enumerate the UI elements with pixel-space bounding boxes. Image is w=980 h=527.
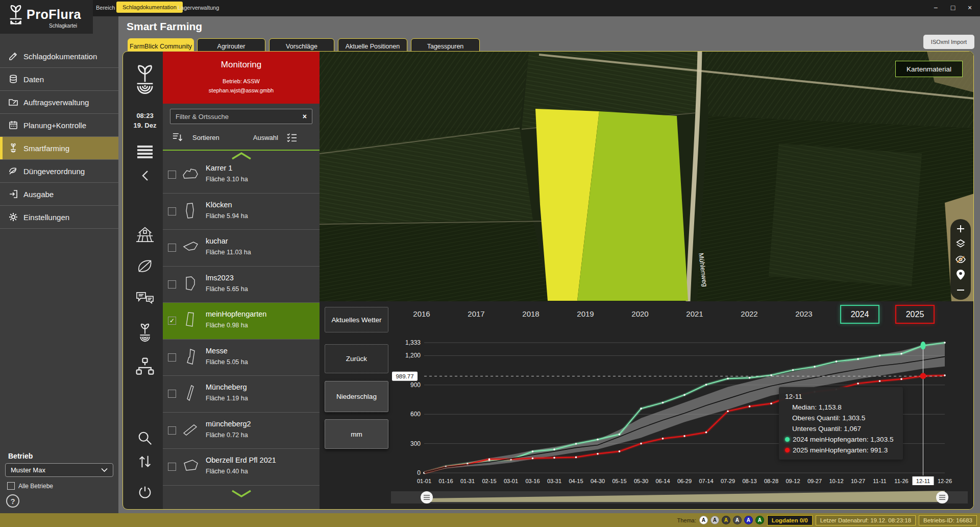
sidebar-item-einstellungen[interactable]: Einstellungen [0,206,118,229]
theme-dot-3[interactable]: A [722,516,730,524]
layers-icon[interactable] [955,238,966,250]
sidebar-item-ausgabe[interactable]: Ausgabe [0,183,118,206]
alle-betriebe-checkbox[interactable] [7,482,15,490]
niederschlag-button[interactable]: Niederschlag [325,381,388,412]
slider-handle-right[interactable] [936,491,948,504]
field-checkbox[interactable] [168,463,176,471]
time-range-slider[interactable] [391,486,968,507]
location-pin-icon[interactable] [955,269,966,280]
sidebar-item-planung-kontrolle[interactable]: Planung+Kontrolle [0,114,118,137]
year-2023[interactable]: 2023 [795,309,812,318]
tab-label: Agrirouter [217,43,246,50]
scroll-down-chevron-icon[interactable] [163,490,320,498]
leaf-icon[interactable] [127,257,163,276]
sidebar-item-auftragsverwaltung[interactable]: Auftragsverwaltung [0,91,118,114]
field-list-item[interactable]: müncheberg2Fläche 0.72 ha [163,413,320,449]
divider [163,150,320,151]
field-checkbox[interactable] [168,207,176,215]
year-2016[interactable]: 2016 [413,309,430,318]
farm-icon[interactable] [127,224,163,243]
theme-dot-4[interactable]: A [733,516,742,524]
sort-updown-icon[interactable] [127,453,163,470]
year-2025-button[interactable]: 2025 [895,305,935,324]
svg-text:1,333: 1,333 [405,339,421,346]
power-icon[interactable] [127,485,163,500]
zoom-out-icon[interactable] [955,284,966,296]
theme-dot-1[interactable]: A [699,516,708,524]
zurueck-button[interactable]: Zurück [325,344,388,373]
sortieren-button[interactable]: Sortieren [192,134,219,141]
theme-dot-5[interactable]: A [744,516,753,524]
zoom-in-icon[interactable] [955,223,966,234]
checklist-icon[interactable] [286,133,298,142]
slider-handle-left[interactable] [421,491,433,504]
filter-search-input[interactable]: Filter & Ortssuche × [170,109,312,124]
monitoring-betrieb: Betrieb: ASSW [163,78,320,84]
field-list-item[interactable]: ✓meinHopfengartenFläche 0.98 ha [163,303,320,340]
auswahl-button[interactable]: Auswahl [253,134,278,141]
titlebar-tab-bereich[interactable]: Bereich [96,5,115,11]
sidebar-item-smartfarming[interactable]: Smartfarming [0,137,118,160]
betrieb-select[interactable]: Muster Max [5,463,113,477]
year-2018[interactable]: 2018 [522,309,539,318]
close-button[interactable]: × [964,4,975,12]
visibility-toggle-icon[interactable] [955,254,966,265]
field-list-item[interactable]: kucharFläche 11.03 ha [163,230,320,267]
sprout-rail-icon[interactable] [127,323,163,344]
field-list-item[interactable]: MesseFläche 5.05 ha [163,340,320,376]
menu-icon[interactable] [127,146,163,159]
x-tick: 03-31 [547,478,561,484]
isoxml-import-button[interactable]: ISOxml Import [923,35,974,49]
year-2019[interactable]: 2019 [577,309,594,318]
year-2020[interactable]: 2020 [631,309,648,318]
field-checkbox[interactable] [168,171,176,179]
sidebar: Schlagdokumentation Daten Auftragsverwal… [0,16,118,513]
field-list-item[interactable]: lms2023Fläche 5.65 ha [163,267,320,303]
x-tick: 05-30 [634,478,648,484]
collapse-chevron-icon[interactable] [127,170,163,181]
aktuelles-wetter-button[interactable]: Aktuelles Wetter [325,307,388,332]
field-list-item[interactable]: KlöckenFläche 5.94 ha [163,194,320,230]
sort-icon[interactable] [172,132,183,142]
field-area: Fläche 0.98 ha [206,322,266,329]
help-button[interactable]: ? [6,494,19,508]
field-shape-icon [180,274,201,294]
field-checkbox[interactable] [168,353,176,362]
year-2021[interactable]: 2021 [686,309,703,318]
field-checkbox[interactable] [168,390,176,398]
titlebar-tab-lagerverwaltung[interactable]: Lagerverwaltung [178,5,219,11]
field-checkbox[interactable]: ✓ [168,317,176,325]
x-tick: 03-01 [504,478,518,484]
field-shape-icon [180,164,201,184]
sidebar-item-schlagdokumentation[interactable]: Schlagdokumentation [0,45,118,68]
field-list-item[interactable]: Oberzell Erd Pfl 2021Fläche 0.40 ha [163,449,320,486]
chat-icon[interactable] [127,291,163,308]
logdaten-badge[interactable]: Logdaten 0/0 [767,515,813,525]
year-2024-button[interactable]: 2024 [840,305,879,324]
theme-dot-2[interactable]: A [710,516,719,524]
field-list-item[interactable]: Karrer 1Fläche 3.10 ha [163,157,320,194]
sidebar-item-daten[interactable]: Daten [0,68,118,91]
clear-filter-icon[interactable]: × [303,112,307,121]
field-checkbox[interactable] [168,426,176,435]
titlebar-tab-schlagdokumentation[interactable]: Schlagdokumentation [116,2,183,13]
field-list-item[interactable]: MünchebergFläche 1.19 ha [163,376,320,413]
statusbar: Thema: AAAAAA Logdaten 0/0 Letzer Datena… [0,513,980,527]
kartenmaterial-button[interactable]: Kartenmaterial [895,61,963,77]
minimize-button[interactable]: − [930,4,941,12]
maximize-button[interactable]: □ [947,4,959,12]
field-checkbox[interactable] [168,244,176,252]
theme-dot-6[interactable]: A [755,516,764,524]
network-icon[interactable] [127,357,163,376]
filter-placeholder: Filter & Ortssuche [176,113,229,121]
search-icon[interactable] [127,429,163,447]
year-2022[interactable]: 2022 [741,309,757,318]
svg-text:600: 600 [410,411,421,418]
field-area: Fläche 5.65 ha [206,285,248,293]
leaf-icon [8,166,18,176]
year-2017[interactable]: 2017 [468,309,484,318]
mm-button[interactable]: mm [325,419,388,449]
map-view[interactable]: Mühlenweg Kartenmaterial [320,52,974,301]
sidebar-item-duengeverordnung[interactable]: Düngeverordnung [0,160,118,183]
field-checkbox[interactable] [168,280,176,289]
